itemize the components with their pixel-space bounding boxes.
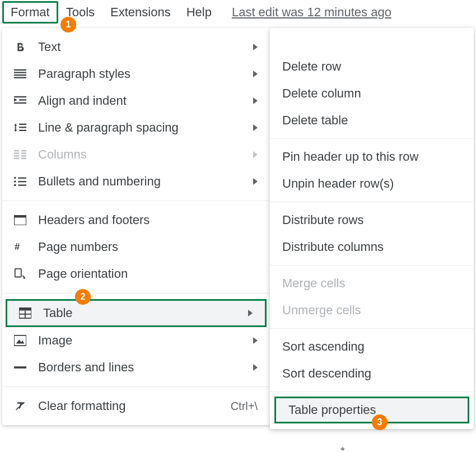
svg-point-19 (14, 177, 16, 179)
format-dropdown: Text Paragraph styles Align and indent L… (2, 28, 270, 425)
menu-clear-formatting-label: Clear formatting (38, 399, 231, 413)
submenu-unmerge-cells: Unmerge cells (270, 297, 474, 324)
svg-rect-9 (19, 127, 26, 128)
table-icon (17, 306, 33, 320)
chevron-right-icon (253, 337, 258, 344)
menu-clear-formatting[interactable]: Clear formatting Ctrl+\ (2, 393, 270, 420)
submenu-distribute-columns[interactable]: Distribute columns (270, 234, 474, 260)
menu-align-indent-label: Align and indent (38, 94, 253, 108)
chevron-right-icon (253, 97, 258, 104)
columns-icon (12, 148, 28, 161)
svg-rect-20 (18, 178, 26, 179)
svg-marker-6 (14, 98, 17, 101)
table-submenu: Delete row Delete column Delete table Pi… (270, 28, 474, 429)
svg-rect-12 (21, 150, 26, 152)
svg-rect-28 (15, 269, 21, 277)
menu-columns: Columns (2, 141, 270, 168)
menu-page-numbers[interactable]: # Page numbers (2, 234, 270, 260)
svg-text:#: # (15, 241, 20, 252)
svg-rect-24 (18, 185, 26, 186)
svg-rect-1 (14, 72, 26, 73)
chevron-right-icon (253, 44, 258, 50)
menu-extensions[interactable]: Extensions (102, 2, 179, 23)
cursor-icon: ⌖ (340, 444, 345, 452)
svg-rect-0 (14, 69, 26, 71)
svg-marker-29 (23, 277, 26, 279)
menu-columns-label: Columns (38, 147, 253, 162)
menu-align-indent[interactable]: Align and indent (2, 87, 270, 114)
submenu-unpin-header[interactable]: Unpin header row(s) (270, 170, 474, 197)
menu-borders-lines[interactable]: Borders and lines (2, 354, 270, 381)
bold-icon (12, 40, 28, 54)
clear-formatting-shortcut: Ctrl+\ (231, 400, 258, 413)
menu-table[interactable]: Table (6, 299, 267, 327)
menu-separator (2, 201, 270, 201)
menu-text[interactable]: Text (2, 34, 270, 60)
svg-rect-8 (19, 124, 26, 125)
menu-table-label: Table (43, 306, 248, 320)
chevron-right-icon (253, 124, 258, 131)
svg-rect-18 (21, 158, 26, 160)
svg-rect-16 (21, 155, 26, 157)
svg-rect-13 (14, 152, 19, 154)
menu-line-spacing[interactable]: Line & paragraph spacing (2, 114, 270, 141)
svg-rect-7 (14, 102, 26, 104)
svg-rect-10 (19, 130, 26, 131)
submenu-pin-header[interactable]: Pin header up to this row (270, 143, 474, 170)
submenu-distribute-rows[interactable]: Distribute rows (270, 207, 474, 234)
menu-page-numbers-label: Page numbers (38, 240, 260, 254)
chevron-right-icon (253, 364, 258, 371)
menu-headers-footers-label: Headers and footers (38, 213, 260, 227)
line-spacing-icon (12, 121, 28, 134)
menu-format[interactable]: Format (2, 1, 58, 24)
menu-bullets-numbering-label: Bullets and numbering (38, 174, 253, 189)
chevron-right-icon (253, 151, 258, 158)
menu-image-label: Image (38, 333, 253, 348)
menu-separator (2, 386, 270, 387)
clear-formatting-icon (12, 399, 28, 413)
headers-footers-icon (12, 213, 28, 227)
submenu-separator (270, 392, 474, 392)
submenu-separator (270, 265, 474, 265)
menu-help[interactable]: Help (179, 2, 220, 23)
bullets-numbering-icon (12, 175, 28, 188)
svg-rect-31 (19, 308, 31, 311)
menu-separator (2, 293, 270, 293)
svg-rect-34 (14, 335, 26, 346)
menu-tools[interactable]: Tools (58, 2, 102, 23)
menu-bullets-numbering[interactable]: Bullets and numbering (2, 168, 270, 195)
submenu-delete-table[interactable]: Delete table (270, 107, 474, 134)
submenu-sort-ascending[interactable]: Sort ascending (270, 333, 474, 360)
page-numbers-icon: # (12, 240, 28, 254)
last-edit-link[interactable]: Last edit was 12 minutes ago (232, 5, 391, 20)
menubar: Format Tools Extensions Help Last edit w… (0, 0, 476, 25)
menu-line-spacing-label: Line & paragraph spacing (38, 120, 253, 135)
svg-marker-35 (16, 339, 25, 343)
menu-paragraph-styles[interactable]: Paragraph styles (2, 60, 270, 87)
menu-headers-footers[interactable]: Headers and footers (2, 207, 270, 234)
submenu-delete-column[interactable]: Delete column (270, 80, 474, 107)
chevron-right-icon (248, 310, 253, 316)
submenu-delete-row[interactable]: Delete row (270, 53, 474, 80)
svg-point-21 (14, 180, 16, 183)
align-indent-icon (12, 94, 28, 108)
submenu-table-properties[interactable]: Table properties (274, 397, 469, 423)
submenu-sort-descending[interactable]: Sort descending (270, 360, 474, 387)
submenu-separator (270, 138, 474, 139)
svg-rect-4 (14, 96, 26, 97)
page-orientation-icon (12, 267, 28, 281)
chevron-right-icon (253, 178, 258, 185)
menu-page-orientation[interactable]: Page orientation (2, 260, 270, 287)
borders-lines-icon (12, 361, 28, 374)
submenu-separator (270, 202, 474, 202)
submenu-separator (270, 328, 474, 329)
menu-paragraph-styles-label: Paragraph styles (38, 67, 253, 81)
chevron-right-icon (253, 71, 258, 77)
svg-rect-3 (14, 77, 26, 78)
menu-image[interactable]: Image (2, 327, 270, 354)
svg-rect-22 (18, 181, 26, 182)
svg-point-23 (14, 184, 16, 187)
svg-rect-14 (21, 152, 26, 154)
paragraph-styles-icon (12, 67, 28, 81)
svg-rect-36 (14, 366, 26, 369)
